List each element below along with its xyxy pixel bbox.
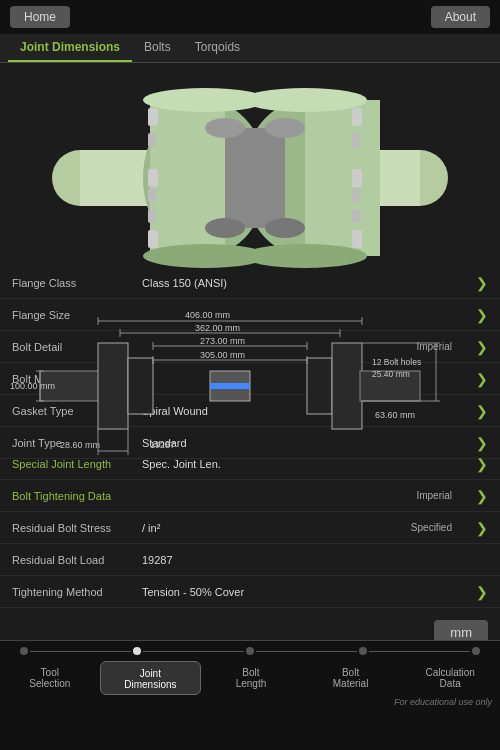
residual-stress-badge: Specified	[411, 522, 452, 533]
nav-line-3	[256, 651, 357, 652]
nav-tab-bolt-length-label: BoltLength	[203, 667, 299, 689]
special-joint-value: Spec. Joint Len.	[142, 458, 472, 470]
residual-load-value: 19287	[142, 554, 488, 566]
svg-text:305.00 mm: 305.00 mm	[200, 350, 245, 360]
svg-text:63.60 mm: 63.60 mm	[375, 410, 415, 420]
svg-rect-33	[307, 358, 332, 414]
nav-tab-calculation-data-label: CalculationData	[402, 667, 498, 689]
svg-text:406.00 mm: 406.00 mm	[185, 310, 230, 320]
svg-rect-31	[128, 358, 153, 414]
svg-rect-30	[98, 343, 128, 429]
special-joint-row: Special Joint Length Spec. Joint Len. ❯ …	[0, 448, 500, 608]
tightening-method-label: Tightening Method	[12, 586, 142, 598]
svg-text:273.00 mm: 273.00 mm	[200, 336, 245, 346]
home-button[interactable]: Home	[10, 6, 70, 28]
residual-stress-chevron[interactable]: ❯	[476, 520, 488, 536]
residual-stress-label: Residual Bolt Stress	[12, 522, 142, 534]
about-button[interactable]: About	[431, 6, 490, 28]
bottom-nav: ToolSelection JointDimensions BoltLength…	[0, 640, 500, 750]
nav-dot-3	[246, 647, 254, 655]
residual-load-label: Residual Bolt Load	[12, 554, 142, 566]
header-tabs: Joint Dimensions Bolts Torqoids SPX ADVI…	[0, 34, 500, 63]
svg-text:362.00 mm: 362.00 mm	[195, 323, 240, 333]
tab-torqoids[interactable]: Torqoids	[183, 34, 252, 62]
tab-joint-dimensions[interactable]: Joint Dimensions	[8, 34, 132, 62]
nav-tabs: ToolSelection JointDimensions BoltLength…	[0, 657, 500, 695]
nav-dot-1	[20, 647, 28, 655]
nav-tab-tool-selection[interactable]: ToolSelection	[0, 661, 100, 695]
nav-dot-4	[359, 647, 367, 655]
svg-rect-34	[332, 343, 362, 429]
bolt-tightening-chevron[interactable]: ❯	[476, 488, 488, 504]
nav-line-2	[143, 651, 244, 652]
bolt-tightening-label: Bolt Tightening Data	[12, 490, 142, 502]
nav-line-4	[369, 651, 470, 652]
svg-text:12 Bolt holes: 12 Bolt holes	[372, 357, 421, 367]
edu-note: For educational use only	[0, 695, 500, 709]
special-joint-label: Special Joint Length	[12, 458, 142, 470]
nav-dot-2	[133, 647, 141, 655]
nav-tab-bolt-material-label: BoltMaterial	[303, 667, 399, 689]
tab-bolts[interactable]: Bolts	[132, 34, 183, 62]
nav-tab-joint-dimensions[interactable]: JointDimensions	[100, 661, 202, 695]
nav-tab-joint-dimensions-label: JointDimensions	[103, 668, 199, 690]
svg-text:100.00 mm: 100.00 mm	[10, 381, 55, 391]
residual-stress-value: / in²	[142, 522, 411, 534]
nav-tab-bolt-length[interactable]: BoltLength	[201, 661, 301, 695]
nav-tab-calculation-data[interactable]: CalculationData	[400, 661, 500, 695]
nav-dot-5	[472, 647, 480, 655]
nav-tab-tool-selection-label: ToolSelection	[2, 667, 98, 689]
svg-text:25.40 mm: 25.40 mm	[372, 369, 410, 379]
nav-tab-bolt-material[interactable]: BoltMaterial	[301, 661, 401, 695]
nav-line-1	[30, 651, 131, 652]
special-joint-chevron[interactable]: ❯	[476, 456, 488, 472]
top-bar: Home About	[0, 0, 500, 34]
svg-rect-36	[210, 383, 250, 389]
bolt-tightening-badge: Imperial	[416, 490, 452, 501]
main-content: Flange Class Class 150 (ANSI) ❯ Flange S…	[0, 63, 500, 653]
tightening-method-chevron[interactable]: ❯	[476, 584, 488, 600]
nav-dots	[0, 641, 500, 657]
tightening-method-value: Tension - 50% Cover	[142, 586, 472, 598]
